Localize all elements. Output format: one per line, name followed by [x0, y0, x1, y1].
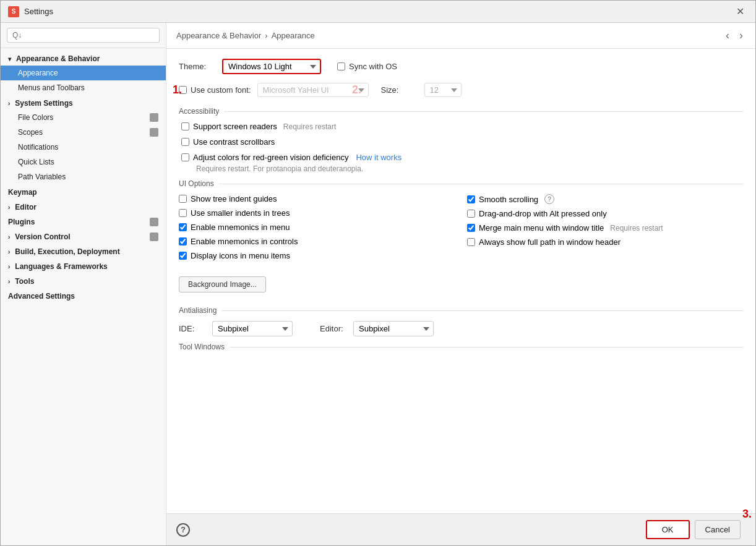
background-image-button[interactable]: Background Image...	[179, 276, 266, 292]
accessibility-section-title: Accessibility	[179, 107, 743, 116]
contrast-scrollbars-checkbox[interactable]	[181, 138, 189, 146]
mnemonics-menu-label: Enable mnemonics in menu	[191, 223, 290, 232]
how-it-works-link[interactable]: How it works	[356, 153, 402, 162]
sidebar-item-languages[interactable]: › Languages & Frameworks	[1, 258, 166, 273]
sidebar-item-keymap[interactable]: Keymap	[1, 184, 166, 199]
sidebar-item-label: Scopes	[18, 128, 43, 137]
sidebar-item-file-colors[interactable]: File Colors	[1, 110, 166, 125]
full-path-label: Always show full path in window header	[479, 237, 621, 247]
sync-with-os-checkbox[interactable]	[337, 62, 345, 70]
sidebar-item-label: File Colors	[18, 113, 53, 122]
sidebar-item-menus-toolbars[interactable]: Menus and Toolbars	[1, 80, 166, 95]
badge-icon	[150, 113, 158, 122]
sidebar-item-editor[interactable]: › Editor	[1, 199, 166, 214]
sidebar-item-label: Build, Execution, Deployment	[15, 247, 119, 256]
sidebar-item-label: Appearance	[18, 69, 58, 77]
red-green-checkbox[interactable]	[181, 153, 189, 161]
sidebar-item-label: Appearance & Behavior	[16, 54, 100, 63]
badge-icon	[150, 128, 158, 137]
footer-buttons: OK Cancel 3.	[646, 520, 745, 539]
search-input[interactable]	[7, 28, 160, 43]
drag-drop-label: Drag-and-drop with Alt pressed only	[479, 209, 607, 218]
theme-select[interactable]: Windows 10 Light	[222, 59, 321, 74]
sync-with-os-label[interactable]: Sync with OS	[337, 62, 397, 71]
drag-drop-checkbox[interactable]	[467, 210, 475, 218]
editor-label: Editor:	[320, 324, 345, 333]
screen-readers-label: Support screen readers	[193, 122, 277, 131]
right-panel: Appearance & Behavior › Appearance ‹ › T…	[166, 23, 755, 545]
sidebar-item-label: Menus and Toolbars	[18, 83, 85, 92]
tree-indent-item: Show tree indent guides	[179, 194, 455, 203]
footer-help: ?	[176, 523, 190, 537]
mnemonics-menu-checkbox[interactable]	[179, 223, 187, 231]
mnemonics-controls-label: Enable mnemonics in controls	[191, 237, 298, 246]
ok-button[interactable]: OK	[646, 520, 690, 539]
smaller-indents-checkbox[interactable]	[179, 209, 187, 217]
requires-restart-badge: Requires restart	[283, 122, 336, 131]
nav-back-button[interactable]: ‹	[723, 29, 732, 42]
mnemonics-controls-item: Enable mnemonics in controls	[179, 237, 455, 246]
help-icon[interactable]: ?	[176, 523, 190, 537]
tree-indent-checkbox[interactable]	[179, 195, 187, 203]
nav-arrows: ‹ ›	[723, 29, 745, 42]
nav-forward-button[interactable]: ›	[737, 29, 745, 42]
footer: ? OK Cancel 3.	[166, 513, 755, 545]
merge-menu-checkbox[interactable]	[467, 224, 475, 232]
sidebar-item-label: Quick Lists	[18, 158, 54, 166]
use-custom-font-label[interactable]: Use custom font:	[179, 85, 251, 95]
sidebar-item-label: Notifications	[18, 143, 58, 151]
badge-icon	[150, 218, 158, 226]
sidebar-item-label: Keymap	[8, 188, 37, 197]
close-button[interactable]: ✕	[732, 4, 748, 19]
sidebar-tree: ▾ Appearance & Behavior Appearance Menus…	[1, 48, 166, 545]
title-bar: S Settings ✕	[1, 1, 755, 23]
sidebar-item-advanced-settings[interactable]: Advanced Settings	[1, 288, 166, 303]
chevron-down-icon: ▾	[8, 56, 11, 62]
smooth-scrolling-label: Smooth scrolling	[479, 195, 538, 204]
ui-left-col: Show tree indent guides Use smaller inde…	[179, 194, 455, 265]
red-green-item: Adjust colors for red-green vision defic…	[179, 153, 743, 162]
sidebar-item-build[interactable]: › Build, Execution, Deployment	[1, 244, 166, 258]
sidebar-item-scopes[interactable]: Scopes	[1, 125, 166, 140]
full-path-checkbox[interactable]	[467, 238, 475, 246]
use-custom-font-checkbox[interactable]	[179, 86, 187, 94]
sidebar-item-label: Version Control	[15, 232, 70, 241]
sidebar-item-tools[interactable]: › Tools	[1, 273, 166, 288]
sidebar-item-notifications[interactable]: Notifications	[1, 140, 166, 155]
font-select[interactable]: Microsoft YaHei UI	[257, 83, 369, 97]
breadcrumb: Appearance & Behavior › Appearance	[176, 31, 315, 40]
cancel-button[interactable]: Cancel	[695, 520, 741, 539]
window-title: Settings	[24, 7, 53, 16]
sidebar-item-path-variables[interactable]: Path Variables	[1, 169, 166, 184]
antialiasing-row: IDE: Subpixel Editor: Subpixel	[179, 321, 743, 336]
sidebar-item-version-control[interactable]: › Version Control	[1, 229, 166, 244]
contrast-scrollbars-label: Use contrast scrollbars	[193, 137, 275, 147]
editor-aa-select[interactable]: Subpixel	[353, 321, 434, 336]
size-select[interactable]: 12	[424, 83, 462, 97]
display-icons-checkbox[interactable]	[179, 252, 187, 260]
sidebar-item-appearance[interactable]: Appearance	[1, 66, 166, 80]
merge-menu-note: Requires restart	[610, 224, 663, 232]
use-custom-font-text: Use custom font:	[191, 85, 251, 95]
ui-options-section-title: UI Options	[179, 179, 743, 188]
sidebar-item-appearance-behavior[interactable]: ▾ Appearance & Behavior	[1, 51, 166, 66]
sidebar-item-plugins[interactable]: Plugins	[1, 214, 166, 229]
right-header: Appearance & Behavior › Appearance ‹ ›	[166, 23, 755, 49]
smooth-scrolling-help-icon[interactable]: ?	[544, 194, 554, 204]
chevron-right-icon: ›	[8, 204, 10, 211]
ide-aa-select[interactable]: Subpixel	[212, 321, 293, 336]
smooth-scrolling-item: Smooth scrolling ?	[467, 194, 743, 204]
sidebar-search	[1, 23, 166, 48]
mnemonics-controls-checkbox[interactable]	[179, 237, 187, 245]
sidebar-item-label: Editor	[15, 203, 37, 211]
chevron-right-icon: ›	[8, 278, 10, 285]
red-green-note: Requires restart. For protanopia and deu…	[179, 164, 743, 173]
theme-row: Theme: Windows 10 Light Sync with OS 1. …	[179, 59, 743, 74]
screen-readers-checkbox[interactable]	[181, 122, 189, 130]
sidebar-item-quick-lists[interactable]: Quick Lists	[1, 155, 166, 169]
chevron-right-icon: ›	[8, 100, 10, 107]
breadcrumb-parent: Appearance & Behavior	[176, 31, 261, 40]
sidebar-item-system-settings[interactable]: › System Settings	[1, 95, 166, 110]
settings-window: S Settings ✕ ▾ Appearance & Behavior App…	[0, 0, 756, 546]
smooth-scrolling-checkbox[interactable]	[467, 195, 475, 203]
